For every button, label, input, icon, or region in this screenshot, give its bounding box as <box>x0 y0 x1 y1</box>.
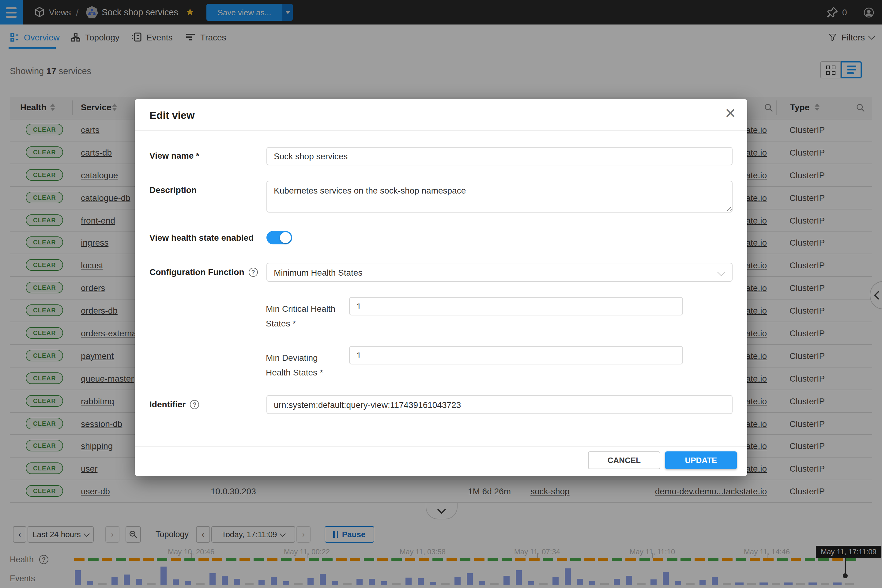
configuration-function-select[interactable]: Minimum Health States <box>266 263 732 282</box>
min-critical-label: Min Critical Health States * <box>266 302 352 331</box>
identifier-input[interactable] <box>266 395 732 414</box>
close-icon[interactable]: ✕ <box>724 105 736 122</box>
config-help-icon[interactable]: ? <box>249 267 258 276</box>
modal-title: Edit view <box>150 110 195 122</box>
view-name-label: View name * <box>150 151 200 160</box>
modal-header-divider <box>135 130 747 131</box>
update-button[interactable]: UPDATE <box>665 452 737 469</box>
min-deviating-input[interactable] <box>349 346 683 364</box>
modal-footer-divider <box>135 446 747 447</box>
cancel-button[interactable]: CANCEL <box>588 452 660 469</box>
configuration-function-label: Configuration Function? <box>150 267 258 277</box>
health-state-toggle-label: View health state enabled <box>150 233 254 243</box>
min-deviating-label: Min Deviating Health States * <box>266 350 334 380</box>
health-state-toggle[interactable] <box>266 231 292 244</box>
description-label: Description <box>150 185 196 195</box>
identifier-label: Identifier? <box>150 399 199 409</box>
chevron-down-icon <box>717 268 725 276</box>
edit-view-modal: Edit view ✕ View name * Description Kube… <box>135 99 747 476</box>
identifier-help-icon[interactable]: ? <box>190 400 199 409</box>
view-name-input[interactable] <box>266 147 732 165</box>
app-root: Views / Sock shop services ★ Save view a… <box>0 0 882 588</box>
description-input[interactable]: Kubernetes services on the sock-shop nam… <box>266 181 732 213</box>
toggle-knob <box>280 232 291 243</box>
configuration-function-value: Minimum Health States <box>274 267 362 277</box>
min-critical-input[interactable] <box>349 297 683 315</box>
